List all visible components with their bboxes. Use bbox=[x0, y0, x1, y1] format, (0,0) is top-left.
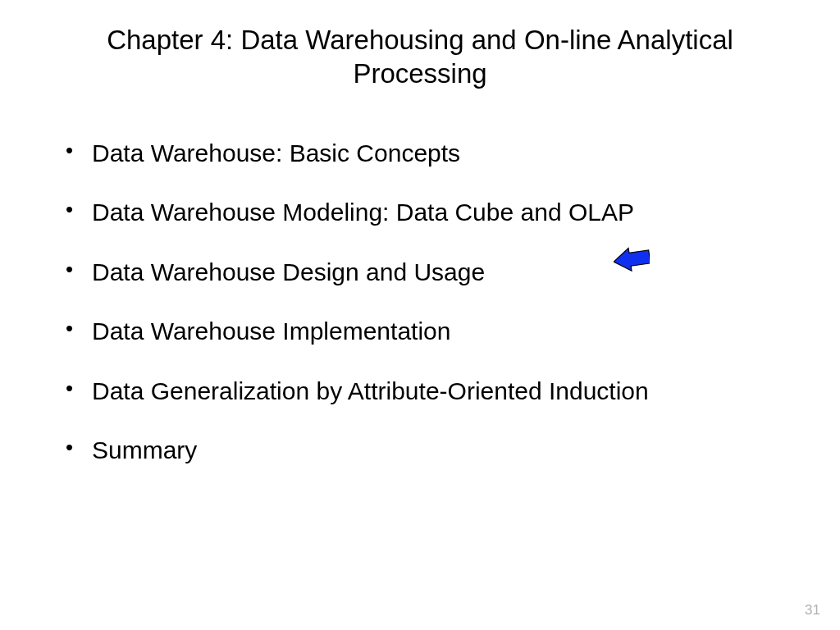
slide: Chapter 4: Data Warehousing and On-line … bbox=[0, 0, 840, 630]
slide-title: Chapter 4: Data Warehousing and On-line … bbox=[49, 23, 791, 91]
bullet-list: Data Warehouse: Basic Concepts Data Ware… bbox=[49, 132, 791, 472]
list-item: Data Warehouse Design and Usage bbox=[66, 251, 791, 294]
page-number: 31 bbox=[805, 602, 820, 619]
list-item: Data Warehouse: Basic Concepts bbox=[66, 132, 791, 176]
arrow-left-icon bbox=[614, 246, 650, 272]
list-item: Data Warehouse Implementation bbox=[66, 310, 791, 354]
list-item: Data Warehouse Modeling: Data Cube and O… bbox=[66, 191, 791, 235]
list-item: Data Generalization by Attribute-Oriente… bbox=[66, 370, 791, 413]
svg-marker-0 bbox=[614, 246, 650, 272]
list-item: Summary bbox=[66, 429, 791, 472]
